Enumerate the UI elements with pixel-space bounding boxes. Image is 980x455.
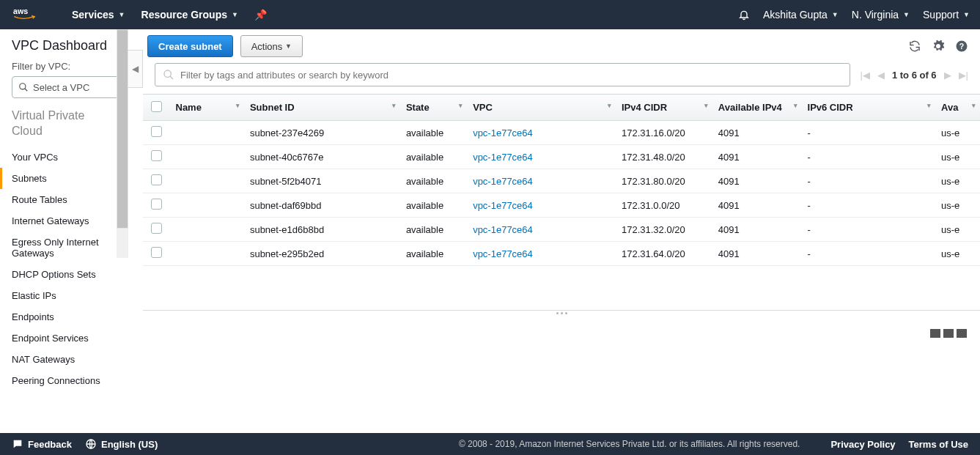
sidebar-item-nat-gateways[interactable]: NAT Gateways: [0, 349, 128, 370]
nav-resource-groups[interactable]: Resource Groups▼: [141, 9, 238, 21]
vpc-link[interactable]: vpc-1e77ce64: [473, 200, 533, 211]
layout-icons: [930, 329, 967, 338]
vpc-link[interactable]: vpc-1e77ce64: [473, 152, 533, 163]
column-header-ava[interactable]: Ava▾: [935, 95, 980, 121]
select-all-header[interactable]: [143, 95, 170, 121]
cell-az: us-e: [935, 145, 980, 169]
svg-line-2: [25, 89, 28, 92]
aws-logo[interactable]: aws: [13, 6, 43, 23]
gear-icon[interactable]: [932, 40, 945, 53]
vpc-link[interactable]: vpc-1e77ce64: [473, 127, 533, 138]
sidebar-item-peering-connections[interactable]: Peering Connections: [0, 370, 128, 391]
pager-text: 1 to 6 of 6: [892, 70, 937, 81]
sidebar-item-label: DHCP Options Sets: [12, 269, 96, 280]
checkbox[interactable]: [151, 223, 162, 234]
column-header-available-ipv4[interactable]: Available IPv4▾: [712, 95, 802, 121]
nav-user[interactable]: Akshita Gupta▼: [763, 9, 839, 21]
table-row[interactable]: subnet-daf69bbdavailablevpc-1e77ce64172.…: [143, 193, 980, 218]
layout-icon-3[interactable]: [957, 329, 967, 338]
checkbox[interactable]: [151, 247, 162, 258]
sidebar-item-elastic-ips[interactable]: Elastic IPs: [0, 285, 128, 306]
sidebar-item-label: Subnets: [12, 173, 47, 184]
search-input[interactable]: [180, 70, 842, 81]
checkbox[interactable]: [151, 101, 162, 112]
column-header-ipv6-cidr[interactable]: IPv6 CIDR▾: [802, 95, 936, 121]
nav-support[interactable]: Support▼: [923, 9, 970, 21]
sort-icon: ▾: [794, 102, 797, 109]
nav-notifications[interactable]: [738, 9, 750, 21]
sort-icon: ▾: [392, 102, 396, 109]
sidebar-item-label: Your VPCs: [12, 152, 58, 163]
cell-ipv6: -: [802, 218, 936, 242]
help-icon[interactable]: ?: [955, 40, 968, 53]
column-header-ipv4-cidr[interactable]: IPv4 CIDR▾: [616, 95, 712, 121]
table-row[interactable]: subnet-e295b2edavailablevpc-1e77ce64172.…: [143, 242, 980, 266]
feedback-link[interactable]: Feedback: [12, 438, 72, 450]
vpc-select-placeholder: Select a VPC: [33, 82, 89, 93]
sidebar-item-endpoints[interactable]: Endpoints: [0, 306, 128, 328]
nav-user-label: Akshita Gupta: [763, 9, 828, 21]
caret-down-icon: ▼: [285, 42, 292, 50]
table-row[interactable]: subnet-40c6767eavailablevpc-1e77ce64172.…: [143, 145, 980, 169]
checkbox[interactable]: [151, 126, 162, 137]
column-header-vpc[interactable]: VPC▾: [467, 95, 616, 121]
table-row[interactable]: subnet-e1d6b8bdavailablevpc-1e77ce64172.…: [143, 218, 980, 242]
refresh-icon[interactable]: [908, 40, 921, 53]
checkbox[interactable]: [151, 150, 162, 161]
sidebar-item-label: Endpoint Services: [12, 333, 89, 344]
pager-first-icon[interactable]: |◀: [861, 70, 870, 81]
language-selector[interactable]: English (US): [85, 438, 158, 450]
sidebar-item-your-vpcs[interactable]: Your VPCs: [0, 147, 128, 168]
sort-icon: ▾: [927, 102, 931, 109]
cell-cidr: 172.31.48.0/20: [616, 145, 712, 169]
filter-by-vpc-label: Filter by VPC:: [0, 61, 128, 75]
terms-link[interactable]: Terms of Use: [909, 439, 968, 450]
sidebar-title[interactable]: VPC Dashboard: [0, 38, 128, 61]
nav-region[interactable]: N. Virginia▼: [852, 9, 910, 21]
sidebar-item-internet-gateways[interactable]: Internet Gateways: [0, 210, 128, 232]
vpc-link[interactable]: vpc-1e77ce64: [473, 248, 533, 259]
table-row[interactable]: subnet-5f2b4071availablevpc-1e77ce64172.…: [143, 169, 980, 193]
sidebar-item-label: Internet Gateways: [12, 215, 89, 226]
column-header-state[interactable]: State▾: [400, 95, 467, 121]
actions-button[interactable]: Actions ▼: [240, 35, 303, 57]
pager-prev-icon[interactable]: ◀: [877, 70, 885, 81]
privacy-policy-link[interactable]: Privacy Policy: [830, 439, 895, 450]
cell-name: [170, 121, 244, 145]
vpc-link[interactable]: vpc-1e77ce64: [473, 224, 533, 235]
sidebar-collapse-handle[interactable]: ◀: [128, 50, 143, 88]
vpc-select[interactable]: Select a VPC: [12, 76, 119, 98]
vpc-link[interactable]: vpc-1e77ce64: [473, 176, 533, 187]
cell-state: available: [400, 218, 467, 242]
nav-pin[interactable]: 📌: [254, 9, 267, 21]
layout-icon-2[interactable]: [943, 329, 954, 338]
checkbox[interactable]: [151, 174, 162, 185]
column-header-subnet-id[interactable]: Subnet ID▾: [244, 95, 400, 121]
create-subnet-button[interactable]: Create subnet: [147, 35, 233, 57]
split-handle[interactable]: [143, 310, 980, 316]
sidebar-item-route-tables[interactable]: Route Tables: [0, 189, 128, 210]
cell-az: us-e: [935, 218, 980, 242]
nav-support-label: Support: [923, 9, 959, 21]
column-label: Ava: [941, 102, 958, 113]
layout-icon-1[interactable]: [930, 329, 940, 338]
globe-icon: [85, 438, 97, 450]
sidebar-item-subnets[interactable]: Subnets: [0, 168, 128, 189]
pager-next-icon[interactable]: ▶: [944, 70, 951, 81]
table-row[interactable]: subnet-237e4269availablevpc-1e77ce64172.…: [143, 121, 980, 145]
sidebar-item-endpoint-services[interactable]: Endpoint Services: [0, 328, 128, 349]
pager-last-icon[interactable]: ▶|: [959, 70, 968, 81]
sidebar-item-label: Peering Connections: [12, 375, 100, 386]
sidebar-scrollbar[interactable]: [117, 29, 128, 258]
cell-ipv6: -: [802, 242, 936, 266]
bell-icon: [738, 9, 750, 21]
sidebar-item-egress-only-internet-gateways[interactable]: Egress Only Internet Gateways: [0, 232, 128, 264]
pin-icon: 📌: [254, 9, 267, 21]
footer-copyright: © 2008 - 2019, Amazon Internet Services …: [459, 439, 800, 449]
search-input-wrap[interactable]: [155, 63, 850, 86]
sidebar-item-dhcp-options-sets[interactable]: DHCP Options Sets: [0, 264, 128, 285]
checkbox[interactable]: [151, 199, 162, 210]
cell-name: [170, 169, 244, 193]
column-header-name[interactable]: Name▾: [170, 95, 244, 121]
nav-services[interactable]: Services▼: [72, 9, 125, 21]
